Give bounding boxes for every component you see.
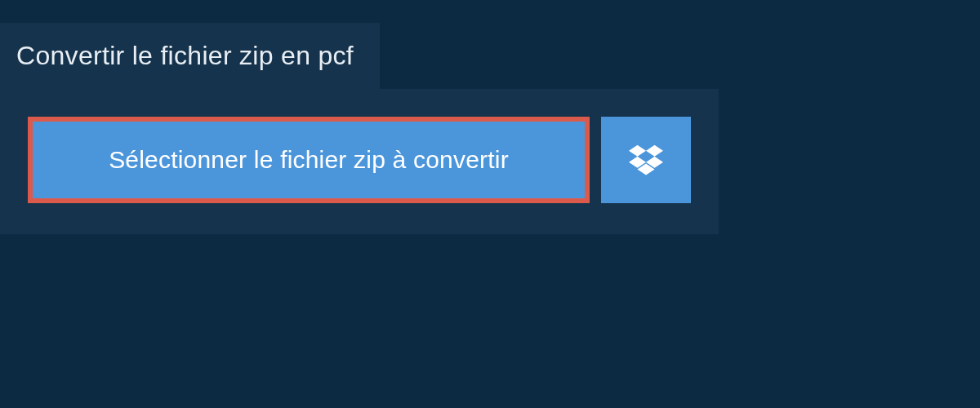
select-file-button[interactable]: Sélectionner le fichier zip à convertir xyxy=(28,117,590,203)
header-tab: Convertir le fichier zip en pcf xyxy=(0,23,380,89)
dropbox-icon xyxy=(629,144,663,175)
dropbox-button[interactable] xyxy=(601,117,691,203)
upload-panel: Sélectionner le fichier zip à convertir xyxy=(0,89,719,234)
button-row: Sélectionner le fichier zip à convertir xyxy=(28,117,691,203)
select-file-label: Sélectionner le fichier zip à convertir xyxy=(109,146,509,173)
page-title: Convertir le fichier zip en pcf xyxy=(16,41,354,71)
